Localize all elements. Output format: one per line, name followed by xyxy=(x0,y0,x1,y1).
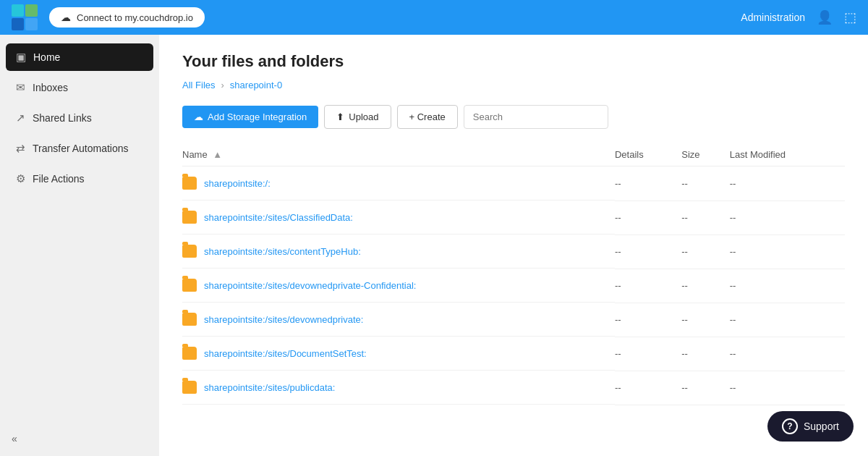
add-storage-label: Add Storage Integration xyxy=(208,111,307,122)
file-modified-cell: -- xyxy=(730,166,845,201)
file-name: sharepointsite:/sites/devownedprivate-Co… xyxy=(204,280,416,291)
folder-icon xyxy=(182,347,197,360)
col-header-name: Name ▲ xyxy=(182,143,615,166)
sidebar-item-inboxes[interactable]: ✉ Inboxes xyxy=(6,74,153,101)
upload-icon: ⬆ xyxy=(336,111,344,122)
file-table: Name ▲ Details Size Last Modified sharep… xyxy=(182,143,845,405)
search-input[interactable] xyxy=(464,105,608,129)
file-size-cell: -- xyxy=(681,371,729,405)
inboxes-icon: ✉ xyxy=(16,81,25,94)
folder-icon xyxy=(182,279,197,292)
folder-icon xyxy=(182,177,197,190)
file-size-cell: -- xyxy=(681,269,729,303)
breadcrumb: All Files › sharepoint-0 xyxy=(182,80,845,90)
sort-arrow-icon: ▲ xyxy=(213,149,222,160)
file-name-cell[interactable]: sharepointsite:/sites/devownedprivate-Co… xyxy=(182,269,615,303)
file-name-cell[interactable]: sharepointsite:/sites/devownedprivate: xyxy=(182,303,615,337)
cloud-icon: ☁ xyxy=(61,12,71,23)
file-name: sharepointsite:/sites/devownedprivate: xyxy=(204,314,363,325)
sidebar-item-file-actions[interactable]: ⚙ File Actions xyxy=(6,165,153,193)
layout: ▣ Home ✉ Inboxes ↗ Shared Links ⇄ Transf… xyxy=(0,35,868,456)
sidebar-item-home-label: Home xyxy=(33,51,60,63)
file-details-cell: -- xyxy=(615,371,681,405)
file-details-cell: -- xyxy=(615,269,681,303)
folder-icon xyxy=(182,381,197,394)
file-details-cell: -- xyxy=(615,337,681,371)
file-size-cell: -- xyxy=(681,235,729,269)
transfer-icon: ⇄ xyxy=(16,142,25,155)
file-modified-cell: -- xyxy=(730,337,845,371)
file-modified-cell: -- xyxy=(730,303,845,337)
table-row: sharepointsite:/:------ xyxy=(182,166,845,201)
file-actions-icon: ⚙ xyxy=(16,172,25,185)
col-name-label: Name xyxy=(182,149,208,160)
sidebar-collapse-button[interactable]: « xyxy=(12,433,17,444)
shared-links-icon: ↗ xyxy=(16,111,25,124)
sidebar-item-inboxes-label: Inboxes xyxy=(33,82,68,93)
add-storage-icon: ☁ xyxy=(194,111,203,122)
create-label: + Create xyxy=(409,111,446,122)
admin-label: Administration xyxy=(741,12,805,23)
table-row: sharepointsite:/sites/DocumentSetTest:--… xyxy=(182,337,845,371)
home-icon: ▣ xyxy=(16,51,26,64)
breadcrumb-separator: › xyxy=(221,80,224,90)
file-size-cell: -- xyxy=(681,166,729,201)
logo-cell-teal xyxy=(12,4,24,17)
file-table-body: sharepointsite:/:------sharepointsite:/s… xyxy=(182,166,845,405)
file-modified-cell: -- xyxy=(730,371,845,405)
logout-icon[interactable]: ⬚ xyxy=(844,9,856,25)
page-title: Your files and folders xyxy=(182,52,845,71)
logo-cell-blue xyxy=(25,18,38,30)
logo-cell-green xyxy=(25,4,38,17)
toolbar: ☁ Add Storage Integration ⬆ Upload + Cre… xyxy=(182,105,845,129)
file-modified-cell: -- xyxy=(730,235,845,269)
sidebar: ▣ Home ✉ Inboxes ↗ Shared Links ⇄ Transf… xyxy=(0,35,159,456)
sidebar-item-shared-links[interactable]: ↗ Shared Links xyxy=(6,104,153,132)
col-header-size: Size xyxy=(681,143,729,166)
table-row: sharepointsite:/sites/devownedprivate:--… xyxy=(182,303,845,337)
user-icon[interactable]: 👤 xyxy=(817,9,833,25)
file-name-cell[interactable]: sharepointsite:/sites/DocumentSetTest: xyxy=(182,337,615,371)
connect-button[interactable]: ☁ Connect to my.couchdrop.io xyxy=(49,7,205,28)
file-details-cell: -- xyxy=(615,200,681,235)
upload-button[interactable]: ⬆ Upload xyxy=(324,105,391,129)
sidebar-item-shared-links-label: Shared Links xyxy=(33,112,92,124)
file-name: sharepointsite:/: xyxy=(204,178,271,189)
folder-icon xyxy=(182,211,197,224)
file-size-cell: -- xyxy=(681,200,729,235)
file-name: sharepointsite:/sites/ClassifiedData: xyxy=(204,212,353,223)
support-button[interactable]: ? Support xyxy=(767,411,854,442)
file-modified-cell: -- xyxy=(730,269,845,303)
sidebar-item-home[interactable]: ▣ Home xyxy=(6,43,153,71)
col-header-modified: Last Modified xyxy=(730,143,845,166)
file-name-cell[interactable]: sharepointsite:/: xyxy=(182,166,615,200)
file-name-cell[interactable]: sharepointsite:/sites/contentTypeHub: xyxy=(182,235,615,269)
sidebar-item-transfer-automations[interactable]: ⇄ Transfer Automations xyxy=(6,135,153,162)
folder-icon xyxy=(182,313,197,326)
file-name-cell[interactable]: sharepointsite:/sites/ClassifiedData: xyxy=(182,200,615,235)
file-details-cell: -- xyxy=(615,235,681,269)
collapse-icon: « xyxy=(12,433,17,444)
add-storage-button[interactable]: ☁ Add Storage Integration xyxy=(182,106,318,128)
table-row: sharepointsite:/sites/contentTypeHub:---… xyxy=(182,235,845,269)
create-button[interactable]: + Create xyxy=(397,105,458,129)
connect-label: Connect to my.couchdrop.io xyxy=(77,12,193,23)
breadcrumb-all-files[interactable]: All Files xyxy=(182,80,216,90)
table-row: sharepointsite:/sites/devownedprivate-Co… xyxy=(182,269,845,303)
folder-icon xyxy=(182,245,197,258)
table-row: sharepointsite:/sites/publicdata:------ xyxy=(182,371,845,405)
table-row: sharepointsite:/sites/ClassifiedData:---… xyxy=(182,200,845,235)
file-details-cell: -- xyxy=(615,166,681,201)
main-content: Your files and folders All Files › share… xyxy=(159,35,868,456)
support-circle-icon: ? xyxy=(782,418,798,434)
col-header-details: Details xyxy=(615,143,681,166)
file-size-cell: -- xyxy=(681,337,729,371)
breadcrumb-current: sharepoint-0 xyxy=(230,80,282,90)
sidebar-item-transfer-label: Transfer Automations xyxy=(33,143,129,154)
file-modified-cell: -- xyxy=(730,200,845,235)
file-name: sharepointsite:/sites/contentTypeHub: xyxy=(204,246,361,257)
support-label: Support xyxy=(804,421,839,432)
sidebar-item-file-actions-label: File Actions xyxy=(33,173,85,185)
logo-cell-dark xyxy=(12,18,24,30)
file-name-cell[interactable]: sharepointsite:/sites/publicdata: xyxy=(182,371,615,405)
